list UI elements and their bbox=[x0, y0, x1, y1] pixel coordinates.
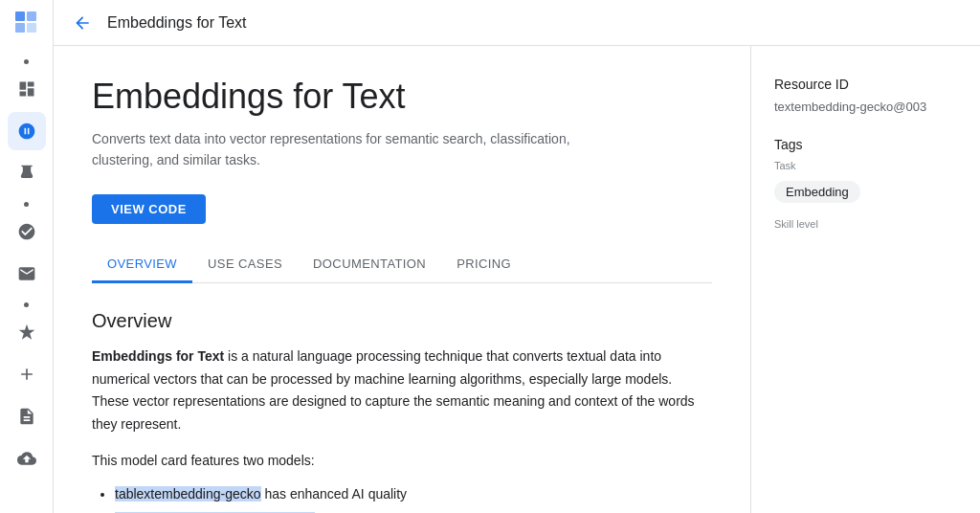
bullet-1-rest: has enhanced AI quality bbox=[261, 486, 408, 502]
topbar-title: Embeddings for Text bbox=[107, 14, 247, 32]
svg-rect-0 bbox=[15, 11, 25, 21]
sidebar bbox=[0, 0, 54, 513]
task-sublabel: Task bbox=[774, 160, 957, 171]
resource-id-section: Resource ID textembedding-gecko@003 bbox=[774, 77, 957, 114]
skill-level-sublabel: Skill level bbox=[774, 218, 957, 230]
sidebar-item-connections[interactable] bbox=[8, 212, 46, 251]
tabs-bar: OVERVIEW USE CASES DOCUMENTATION PRICING bbox=[92, 247, 712, 283]
sidebar-dot-1 bbox=[24, 59, 29, 64]
view-code-button[interactable]: VIEW CODE bbox=[92, 194, 206, 224]
sidebar-item-notifications[interactable] bbox=[8, 255, 46, 293]
tags-label: Tags bbox=[774, 137, 957, 152]
svg-rect-2 bbox=[15, 23, 25, 33]
sidebar-dot-2 bbox=[24, 202, 29, 207]
overview-bold-intro: Embeddings for Text bbox=[92, 348, 224, 364]
svg-rect-1 bbox=[27, 11, 36, 21]
back-button[interactable] bbox=[69, 10, 96, 36]
overview-section: Overview Embeddings for Text is a natura… bbox=[92, 310, 712, 513]
main-area: Embeddings for Text Embeddings for Text … bbox=[54, 0, 980, 513]
tab-overview[interactable]: OVERVIEW bbox=[92, 247, 192, 283]
sidebar-item-dashboard[interactable] bbox=[8, 70, 46, 108]
sidebar-item-upload[interactable] bbox=[8, 439, 46, 478]
task-chip[interactable]: Embedding bbox=[774, 181, 860, 203]
app-logo-icon[interactable] bbox=[11, 8, 42, 38]
overview-body: Embeddings for Text is a natural languag… bbox=[92, 346, 704, 436]
sidebar-item-sparkle[interactable] bbox=[8, 313, 46, 351]
overview-heading: Overview bbox=[92, 310, 712, 332]
bullet-1-link[interactable]: tablextembedding-gecko bbox=[115, 486, 261, 502]
sidebar-item-experiments[interactable] bbox=[8, 154, 46, 192]
tab-use-cases[interactable]: USE CASES bbox=[192, 247, 298, 283]
sidebar-item-embeddings[interactable] bbox=[8, 112, 46, 150]
right-panel: Resource ID textembedding-gecko@003 Tags… bbox=[750, 46, 980, 513]
list-item: textembedding-gecko-multilingual is opti… bbox=[115, 508, 712, 513]
resource-id-label: Resource ID bbox=[774, 77, 957, 92]
sidebar-item-reports[interactable] bbox=[8, 397, 46, 435]
page-title: Embeddings for Text bbox=[92, 77, 712, 117]
tab-pricing[interactable]: PRICING bbox=[441, 247, 526, 283]
sidebar-item-add[interactable] bbox=[8, 355, 46, 393]
model-bullet-list: tablextembedding-gecko has enhanced AI q… bbox=[92, 482, 712, 513]
tab-documentation[interactable]: DOCUMENTATION bbox=[298, 247, 441, 283]
sidebar-dot-3 bbox=[24, 302, 29, 307]
list-item: tablextembedding-gecko has enhanced AI q… bbox=[115, 482, 712, 506]
content-area: Embeddings for Text Converts text data i… bbox=[54, 46, 980, 513]
tags-section: Tags Task Embedding Skill level bbox=[774, 137, 957, 230]
resource-id-value: textembedding-gecko@003 bbox=[774, 100, 957, 114]
main-content: Embeddings for Text Converts text data i… bbox=[54, 46, 750, 513]
svg-rect-3 bbox=[27, 23, 36, 33]
two-models-text: This model card features two models: bbox=[92, 450, 712, 473]
topbar: Embeddings for Text bbox=[54, 0, 980, 46]
page-description: Converts text data into vector represent… bbox=[92, 128, 628, 171]
